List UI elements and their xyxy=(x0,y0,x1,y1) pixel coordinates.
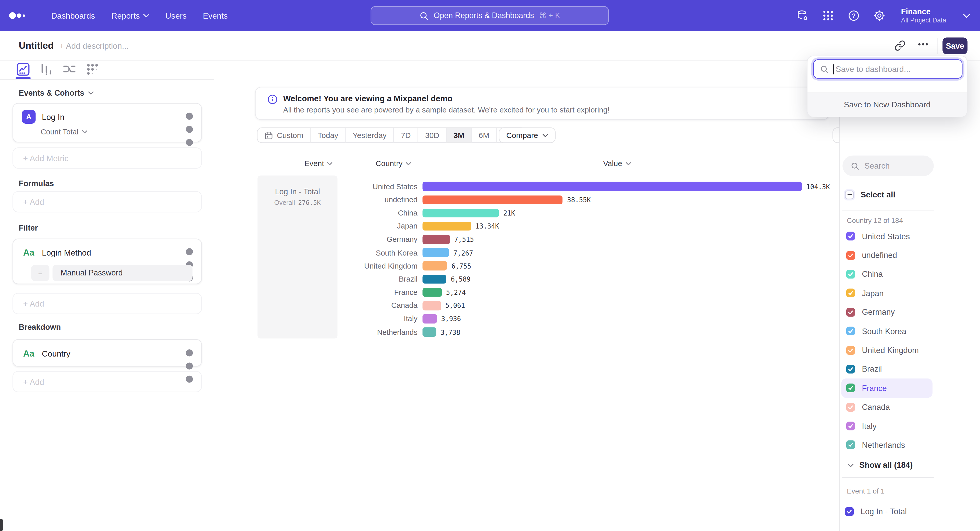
tab-flows-icon[interactable] xyxy=(62,62,77,77)
tab-funnels-icon[interactable] xyxy=(39,62,54,77)
show-all-toggle[interactable]: Show all (184) xyxy=(840,460,934,470)
copy-link-icon[interactable] xyxy=(894,40,905,51)
column-header-value[interactable]: Value xyxy=(603,159,631,168)
bar-united-kingdom[interactable] xyxy=(423,262,447,271)
range-6m[interactable]: 6M xyxy=(472,128,497,142)
legend-item-brazil[interactable]: Brazil xyxy=(841,360,932,379)
nav-item-users[interactable]: Users xyxy=(165,11,186,21)
global-search-button[interactable]: Open Reports & Dashboards ⌘ + K xyxy=(371,6,609,25)
legend-checkbox-checked[interactable] xyxy=(846,346,855,355)
bar-china[interactable] xyxy=(423,208,499,217)
event-checkbox-checked[interactable] xyxy=(845,507,854,515)
bar-brazil[interactable] xyxy=(423,275,447,284)
legend-checkbox-checked[interactable] xyxy=(846,251,855,259)
legend-item-china[interactable]: China xyxy=(841,265,932,284)
help-icon[interactable]: ? xyxy=(847,10,860,22)
bar-value-label: 3,738 xyxy=(441,328,460,336)
event-summary-cell[interactable]: Log In - Total Overall276.5K xyxy=(258,176,337,338)
legend-checkbox-checked[interactable] xyxy=(846,308,855,317)
legend-item-canada[interactable]: Canada xyxy=(841,398,932,417)
mixpanel-logo-icon[interactable] xyxy=(9,11,26,20)
legend-item-undefined[interactable]: undefined xyxy=(841,246,932,265)
filter-property-name[interactable]: Login Method xyxy=(42,248,179,257)
formulas-section-label: Formulas xyxy=(19,179,54,188)
bar-undefined[interactable] xyxy=(423,195,563,204)
nav-item-events[interactable]: Events xyxy=(203,11,228,21)
nav-item-reports[interactable]: Reports xyxy=(111,11,149,21)
breakdown-property-name[interactable]: Country xyxy=(42,349,179,358)
legend-search-input[interactable]: Search xyxy=(842,155,934,176)
range-7d[interactable]: 7D xyxy=(394,128,418,142)
legend-item-france[interactable]: France xyxy=(841,379,932,397)
add-filter-button[interactable]: + Add xyxy=(13,293,202,314)
report-title[interactable]: Untitled xyxy=(19,40,54,51)
filter-card-login-method[interactable]: Aa Login Method = Manual Password xyxy=(13,239,202,284)
add-formula-button[interactable]: + Add xyxy=(13,191,202,212)
legend-item-united-kingdom[interactable]: United Kingdom xyxy=(841,341,932,360)
search-icon xyxy=(820,65,829,73)
scrollbar-fragment[interactable] xyxy=(0,519,3,531)
bar-netherlands[interactable] xyxy=(423,328,436,337)
range-today[interactable]: Today xyxy=(311,128,346,142)
range-yesterday[interactable]: Yesterday xyxy=(346,128,394,142)
select-all-checkbox-indeterminate[interactable] xyxy=(845,190,854,199)
events-cohorts-section-label[interactable]: Events & Cohorts xyxy=(19,89,94,97)
data-management-icon[interactable] xyxy=(796,10,808,22)
range-custom[interactable]: Custom xyxy=(258,128,311,142)
breakdown-card-country[interactable]: Aa Country xyxy=(13,339,202,367)
bar-germany[interactable] xyxy=(423,235,450,244)
legend-checkbox-checked[interactable] xyxy=(846,270,855,279)
compare-button[interactable]: Compare xyxy=(499,127,555,143)
column-header-country[interactable]: Country xyxy=(375,159,411,168)
legend-checkbox-checked[interactable] xyxy=(846,289,855,297)
legend-item-netherlands[interactable]: Netherlands xyxy=(841,436,932,455)
bar-france[interactable] xyxy=(423,288,442,297)
legend-checkbox-checked[interactable] xyxy=(846,327,855,335)
bar-japan[interactable] xyxy=(423,222,471,231)
project-name: Finance xyxy=(901,7,946,16)
settings-gear-icon[interactable] xyxy=(873,10,885,22)
save-dashboard-search-input[interactable]: Save to dashboard... xyxy=(813,59,963,79)
legend-checkbox-checked[interactable] xyxy=(846,441,855,449)
legend-checkbox-checked[interactable] xyxy=(846,403,855,411)
project-switcher[interactable]: Finance All Project Data xyxy=(901,7,946,24)
legend-item-south-korea[interactable]: South Korea xyxy=(841,322,932,341)
add-description-placeholder[interactable]: + Add description... xyxy=(59,41,129,51)
tab-insights-icon[interactable] xyxy=(16,62,30,77)
legend-item-united-states[interactable]: United States xyxy=(841,227,932,246)
kebab-menu-icon[interactable] xyxy=(185,112,194,122)
add-breakdown-button[interactable]: + Add xyxy=(13,371,202,392)
event-legend-row[interactable]: Log In - Total xyxy=(840,507,934,516)
legend-checkbox-checked[interactable] xyxy=(846,232,855,241)
select-all-row[interactable]: Select all xyxy=(840,190,934,199)
apps-grid-icon[interactable] xyxy=(821,10,834,22)
range-30d[interactable]: 30D xyxy=(418,128,447,142)
filter-value[interactable]: Manual Password xyxy=(52,265,192,281)
kebab-menu-icon[interactable] xyxy=(185,247,194,257)
add-metric-button[interactable]: + Add Metric xyxy=(13,147,202,169)
nav-item-dashboards[interactable]: Dashboards xyxy=(51,11,95,21)
bar-italy[interactable] xyxy=(423,314,437,323)
kebab-menu-icon[interactable] xyxy=(185,349,194,358)
more-options-icon[interactable] xyxy=(918,43,929,49)
save-button[interactable]: Save xyxy=(942,38,967,54)
legend-checkbox-checked[interactable] xyxy=(846,384,855,392)
legend-checkbox-checked[interactable] xyxy=(846,365,855,373)
metric-aggregation[interactable]: Count Total xyxy=(41,127,201,136)
legend-checkbox-checked[interactable] xyxy=(846,422,855,430)
metric-name[interactable]: Log In xyxy=(42,112,179,122)
legend-item-japan[interactable]: Japan xyxy=(841,284,932,303)
bar-south-korea[interactable] xyxy=(423,248,449,257)
bar-united-states[interactable] xyxy=(423,182,802,191)
bar-canada[interactable] xyxy=(423,301,441,310)
tab-retention-icon[interactable] xyxy=(85,62,100,77)
legend-item-germany[interactable]: Germany xyxy=(841,303,932,322)
metric-card-log-in[interactable]: A Log In Count Total xyxy=(13,103,202,142)
legend-item-italy[interactable]: Italy xyxy=(841,417,932,435)
filter-operator[interactable]: = xyxy=(31,265,49,281)
range-3m-selected[interactable]: 3M xyxy=(447,128,472,142)
save-to-new-dashboard-button[interactable]: Save to New Dashboard xyxy=(808,92,967,117)
column-header-event[interactable]: Event xyxy=(304,159,333,168)
chevron-down-icon xyxy=(848,463,854,467)
chevron-down-icon[interactable] xyxy=(963,14,970,18)
